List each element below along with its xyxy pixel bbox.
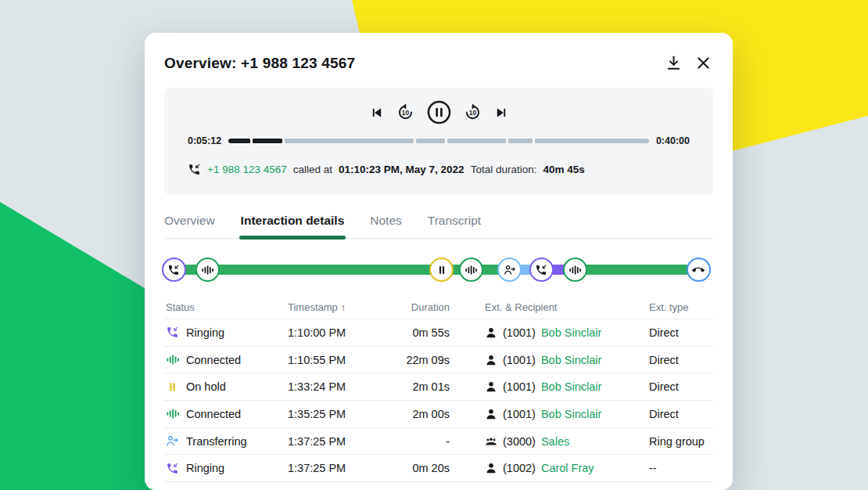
- duration-cell: 2m 00s: [399, 408, 450, 420]
- recipient-link[interactable]: Sales: [541, 435, 569, 448]
- timeline-marker-ringing[interactable]: [162, 258, 186, 282]
- timeline-marker-connected[interactable]: [563, 258, 587, 282]
- total-duration-label: Total duration:: [471, 164, 537, 175]
- svg-text:10: 10: [401, 109, 409, 117]
- column-duration: Duration: [399, 301, 450, 313]
- ext-recipient-cell: (1001)Bob Sinclair: [485, 380, 649, 393]
- rewind-10-button[interactable]: 10: [396, 103, 415, 122]
- progress-row: 0:05:12 0:40:00: [188, 135, 690, 146]
- recipient-link[interactable]: Bob Sinclair: [541, 408, 601, 420]
- duration-cell: 0m 20s: [399, 462, 450, 474]
- progress-segment: [535, 139, 649, 143]
- extension: (1002): [503, 462, 536, 474]
- table-row: Connected1:35:25 PM2m 00s(1001)Bob Sincl…: [164, 401, 713, 428]
- duration-cell: 2m 01s: [399, 380, 450, 393]
- column-ext-type: Ext. type: [649, 301, 713, 313]
- tab-transcript[interactable]: Transcript: [428, 214, 481, 238]
- waveform-icon: [569, 264, 581, 276]
- table-row: Connected1:10:55 PM22m 09s(1001)Bob Sinc…: [164, 347, 713, 374]
- progress-segment: [416, 139, 444, 143]
- recipient-link[interactable]: Carol Fray: [541, 462, 594, 474]
- status-cell: Ringing: [164, 462, 288, 475]
- ext-recipient-cell: (1002)Carol Fray: [485, 462, 649, 474]
- timeline-marker-call-ended[interactable]: [687, 258, 711, 282]
- tab-overview[interactable]: Overview: [164, 214, 215, 238]
- recipient-link[interactable]: Bob Sinclair: [541, 326, 601, 339]
- column-timestamp[interactable]: Timestamp↑: [288, 301, 399, 313]
- ext-recipient-cell: (3000)Sales: [485, 435, 649, 448]
- call-end-icon: [692, 264, 705, 276]
- call-info: +1 988 123 4567 called at 01:10:23 PM, M…: [188, 163, 690, 176]
- timeline-marker-on-hold[interactable]: [429, 258, 454, 282]
- tab-interaction-details[interactable]: Interaction details: [241, 214, 345, 238]
- ext-type-cell: Ring group: [649, 435, 713, 448]
- person-icon: [485, 408, 497, 420]
- table-row: Transferring1:37:25 PM-(3000)SalesRing g…: [164, 428, 713, 456]
- audio-player: 1010 0:05:12 0:40:00 +1 988 123 4567 cal…: [164, 88, 713, 195]
- previous-button[interactable]: [370, 106, 384, 120]
- download-button[interactable]: [665, 54, 683, 72]
- status-text: Ringing: [186, 326, 224, 339]
- phone-incoming-icon: [166, 462, 179, 475]
- next-button[interactable]: [494, 106, 508, 120]
- table-header: Status Timestamp↑ Duration Ext. & Recipi…: [164, 296, 713, 319]
- pause-button[interactable]: [427, 100, 451, 124]
- caller-number-link[interactable]: +1 988 123 4567: [207, 164, 287, 175]
- table-body: Ringing1:10:00 PM0m 55s(1001)Bob Sinclai…: [164, 319, 713, 482]
- table-row: Ringing1:10:00 PM0m 55s(1001)Bob Sinclai…: [164, 319, 713, 347]
- timestamp-cell: 1:37:25 PM: [288, 435, 399, 448]
- progress-segment-played: [228, 139, 250, 143]
- status-text: Ringing: [186, 462, 224, 474]
- person-arrow-icon: [504, 264, 516, 276]
- progress-segment: [285, 139, 414, 143]
- column-status: Status: [164, 301, 288, 313]
- svg-text:10: 10: [468, 109, 476, 117]
- waveform-icon: [464, 264, 477, 276]
- tab-notes[interactable]: Notes: [370, 214, 402, 238]
- status-text: Connected: [186, 408, 241, 420]
- call-timeline: [164, 255, 713, 284]
- extension: (1001): [503, 408, 536, 420]
- recipient-link[interactable]: Bob Sinclair: [541, 354, 601, 366]
- timeline-marker-ringing[interactable]: [529, 258, 554, 282]
- timestamp-cell: 1:37:25 PM: [288, 462, 399, 474]
- forward-10-button[interactable]: 10: [463, 103, 482, 122]
- extension: (3000): [503, 435, 536, 448]
- ext-type-cell: Direct: [649, 408, 713, 420]
- status-cell: On hold: [164, 380, 288, 394]
- header-actions: [665, 54, 712, 72]
- extension: (1001): [503, 380, 536, 393]
- table-row: On hold1:33:24 PM2m 01s(1001)Bob Sinclai…: [164, 373, 713, 401]
- person-arrow-icon: [166, 434, 179, 448]
- recipient-link[interactable]: Bob Sinclair: [541, 380, 601, 393]
- timestamp-cell: 1:10:55 PM: [288, 354, 399, 366]
- status-text: On hold: [186, 380, 226, 393]
- waveform-icon: [201, 264, 213, 276]
- phone-incoming-icon: [188, 163, 201, 176]
- status-text: Connected: [186, 354, 241, 366]
- ext-recipient-cell: (1001)Bob Sinclair: [485, 354, 649, 366]
- pause-icon: [436, 264, 448, 276]
- timeline-marker-transferring[interactable]: [497, 258, 522, 282]
- progress-bar[interactable]: [228, 139, 649, 143]
- close-button[interactable]: [694, 54, 712, 72]
- extension: (1001): [503, 326, 536, 339]
- timeline-marker-connected[interactable]: [195, 258, 220, 282]
- sort-ascending-icon: ↑: [341, 301, 346, 313]
- modal-title: Overview: +1 988 123 4567: [164, 55, 355, 72]
- status-text: Transferring: [186, 435, 247, 448]
- person-icon: [485, 380, 497, 393]
- timeline-marker-connected[interactable]: [459, 258, 483, 282]
- progress-segment: [508, 139, 533, 143]
- status-cell: Transferring: [164, 434, 288, 448]
- phone-incoming-icon: [167, 264, 180, 276]
- person-icon: [485, 462, 497, 474]
- total-duration-value: 40m 45s: [543, 164, 584, 175]
- status-cell: Connected: [164, 353, 288, 366]
- pause-icon: [166, 380, 179, 394]
- table-row: Ringing1:37:25 PM0m 20s(1002)Carol Fray-…: [164, 455, 713, 482]
- waveform-icon: [166, 407, 179, 420]
- total-time: 0:40:00: [656, 135, 690, 146]
- duration-cell: 22m 09s: [399, 354, 450, 366]
- phone-incoming-icon: [166, 326, 179, 339]
